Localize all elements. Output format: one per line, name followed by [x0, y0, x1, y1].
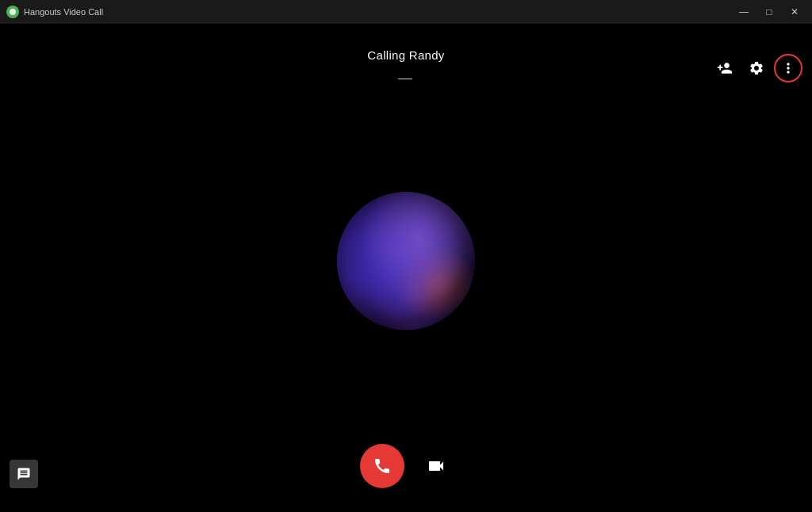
video-toggle-button[interactable] [420, 450, 452, 482]
caller-avatar [337, 192, 476, 331]
calling-status: Calling Randy [367, 48, 444, 62]
bottom-controls [360, 444, 452, 488]
app-icon [6, 6, 19, 18]
svg-point-0 [10, 9, 16, 15]
add-person-icon [717, 60, 733, 76]
title-bar-controls: — □ ✕ [733, 4, 806, 20]
more-options-button[interactable] [774, 54, 802, 82]
avatar-image [337, 192, 476, 331]
settings-icon [749, 60, 764, 76]
close-button[interactable]: ✕ [783, 4, 806, 20]
more-options-icon [780, 60, 796, 76]
end-call-icon [373, 457, 392, 476]
title-bar-left: Hangouts Video Call [6, 6, 103, 18]
title-bar: Hangouts Video Call — □ ✕ [0, 0, 812, 24]
minimize-button[interactable]: — [733, 4, 755, 20]
loading-indicator: — [398, 70, 414, 86]
top-right-controls [710, 54, 802, 82]
video-area: Calling Randy — [0, 24, 812, 512]
add-person-button[interactable] [710, 54, 739, 82]
maximize-button[interactable]: □ [758, 4, 780, 20]
chat-button[interactable] [10, 460, 38, 488]
video-camera-icon [427, 457, 446, 476]
end-call-button[interactable] [360, 444, 404, 488]
settings-button[interactable] [742, 54, 771, 82]
title-bar-title: Hangouts Video Call [24, 7, 103, 17]
chat-icon [17, 467, 31, 481]
